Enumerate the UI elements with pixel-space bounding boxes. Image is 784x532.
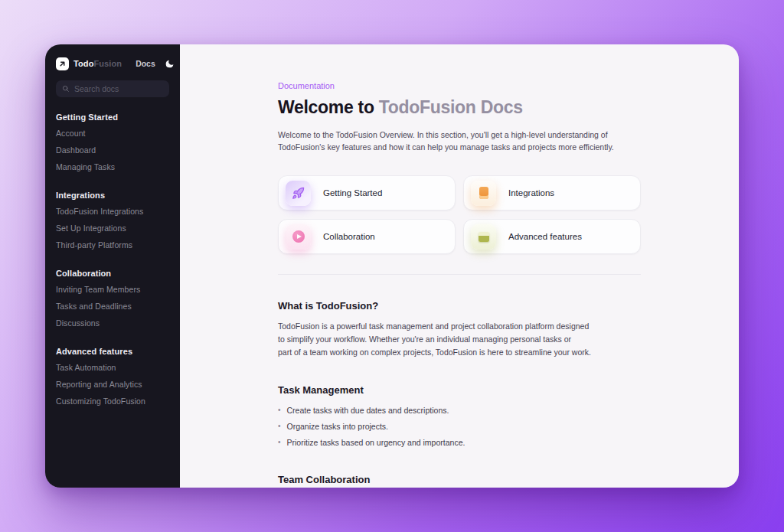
search-box[interactable] bbox=[56, 80, 169, 97]
nav-section-items: Task AutomationReporting and AnalyticsCu… bbox=[56, 359, 169, 410]
nav-section: Integrations TodoFusion IntegrationsSet … bbox=[56, 188, 169, 253]
doc-section-title: What is TodoFusion? bbox=[278, 300, 641, 312]
laptop-icon bbox=[479, 232, 489, 242]
search-icon bbox=[62, 85, 70, 93]
app-window: TodoFusion Docs Getting Started bbox=[45, 44, 739, 488]
sidebar-nav-item[interactable]: Account bbox=[56, 125, 169, 142]
card-icon-tile bbox=[286, 181, 311, 206]
nav-section-items: TodoFusion IntegrationsSet Up Integratio… bbox=[56, 203, 169, 253]
doc-section-paragraph: TodoFusion is a powerful task management… bbox=[278, 320, 641, 359]
card-icon-tile bbox=[471, 224, 496, 250]
doc-section: What is TodoFusion? TodoFusion is a powe… bbox=[278, 300, 641, 359]
arrow-up-right-icon bbox=[58, 60, 67, 68]
search-input[interactable] bbox=[74, 84, 163, 93]
nav-section-header: Getting Started bbox=[56, 109, 169, 125]
sidebar-nav-item[interactable]: Managing Tasks bbox=[56, 158, 169, 175]
page-title-prefix: Welcome to bbox=[278, 97, 379, 117]
quick-link-card[interactable]: Getting Started bbox=[278, 175, 456, 211]
sidebar-nav-item[interactable]: Dashboard bbox=[56, 142, 169, 158]
book-icon bbox=[479, 187, 488, 199]
intro-paragraph: Welcome to the TodoFusion Overview. In t… bbox=[278, 129, 641, 153]
sidebar-nav: Getting Started AccountDashboardManaging… bbox=[56, 109, 169, 410]
bullet-text: Create tasks with due dates and descript… bbox=[287, 404, 449, 416]
doc-section-bullets: Create tasks with due dates and descript… bbox=[278, 404, 641, 449]
brand-name-bold: Todo bbox=[74, 59, 93, 68]
content-area: Documentation Welcome to TodoFusion Docs… bbox=[180, 44, 739, 488]
card-label: Integrations bbox=[508, 188, 554, 197]
moon-icon bbox=[165, 59, 175, 69]
bullet-item: Prioritize tasks based on urgency and im… bbox=[278, 436, 641, 449]
bullet-text: Organize tasks into projects. bbox=[287, 420, 388, 432]
sidebar-nav-item[interactable]: Set Up Integrations bbox=[56, 220, 169, 237]
page-title-accent: TodoFusion Docs bbox=[379, 97, 523, 117]
nav-section-items: AccountDashboardManaging Tasks bbox=[56, 125, 169, 175]
doc-section: Task Management Create tasks with due da… bbox=[278, 384, 641, 449]
nav-section-header: Advanced features bbox=[56, 344, 169, 359]
nav-section-header: Collaboration bbox=[56, 266, 169, 281]
rocket-icon bbox=[292, 187, 305, 200]
docs-label: Docs bbox=[136, 59, 155, 68]
card-label: Advanced features bbox=[508, 232, 582, 241]
quick-link-card[interactable]: Integrations bbox=[463, 175, 641, 211]
doc-sections: What is TodoFusion? TodoFusion is a powe… bbox=[278, 300, 641, 488]
play-icon bbox=[292, 230, 305, 243]
theme-toggle-button[interactable] bbox=[165, 57, 175, 70]
nav-section-header: Integrations bbox=[56, 188, 169, 203]
sidebar-nav-item[interactable]: TodoFusion Integrations bbox=[56, 203, 169, 220]
doc-section: Team Collaboration Invite team members t… bbox=[278, 474, 641, 488]
quick-link-card[interactable]: Advanced features bbox=[463, 219, 641, 254]
sidebar-nav-item[interactable]: Discussions bbox=[56, 315, 169, 331]
sidebar-nav-item[interactable]: Customizing TodoFusion bbox=[56, 393, 169, 410]
sidebar-nav-item[interactable]: Inviting Team Members bbox=[56, 281, 169, 298]
section-divider bbox=[278, 274, 641, 275]
bullet-item: Create tasks with due dates and descript… bbox=[278, 404, 641, 416]
todofusion-logo[interactable] bbox=[56, 57, 69, 70]
sidebar-nav-item[interactable]: Third-party Platforms bbox=[56, 237, 169, 253]
card-icon-tile bbox=[286, 224, 311, 250]
nav-section: Getting Started AccountDashboardManaging… bbox=[56, 109, 169, 175]
bullet-item: Organize tasks into projects. bbox=[278, 420, 641, 432]
nav-section: Collaboration Inviting Team MembersTasks… bbox=[56, 266, 169, 331]
nav-section-items: Inviting Team MembersTasks and Deadlines… bbox=[56, 281, 169, 331]
card-icon-tile bbox=[471, 181, 496, 206]
nav-section: Advanced features Task AutomationReporti… bbox=[56, 344, 169, 410]
brand-name-light: Fusion bbox=[93, 59, 122, 68]
doc-section-title: Team Collaboration bbox=[278, 474, 641, 485]
card-label: Getting Started bbox=[323, 188, 382, 197]
card-label: Collaboration bbox=[323, 232, 375, 241]
sidebar: TodoFusion Docs Getting Started bbox=[45, 44, 180, 488]
sidebar-nav-item[interactable]: Reporting and Analytics bbox=[56, 376, 169, 393]
breadcrumb: Documentation bbox=[278, 81, 641, 90]
sidebar-nav-item[interactable]: Tasks and Deadlines bbox=[56, 298, 169, 315]
doc-section-title: Task Management bbox=[278, 384, 641, 396]
sidebar-header: TodoFusion Docs bbox=[56, 57, 169, 70]
brand-name[interactable]: TodoFusion bbox=[74, 59, 122, 68]
sidebar-nav-item[interactable]: Task Automation bbox=[56, 359, 169, 376]
page-title: Welcome to TodoFusion Docs bbox=[278, 96, 641, 119]
quick-link-cards: Getting Started bbox=[278, 175, 641, 254]
quick-link-card[interactable]: Collaboration bbox=[278, 219, 456, 254]
content-column: Documentation Welcome to TodoFusion Docs… bbox=[278, 44, 641, 488]
bullet-text: Prioritize tasks based on urgency and im… bbox=[287, 436, 466, 449]
